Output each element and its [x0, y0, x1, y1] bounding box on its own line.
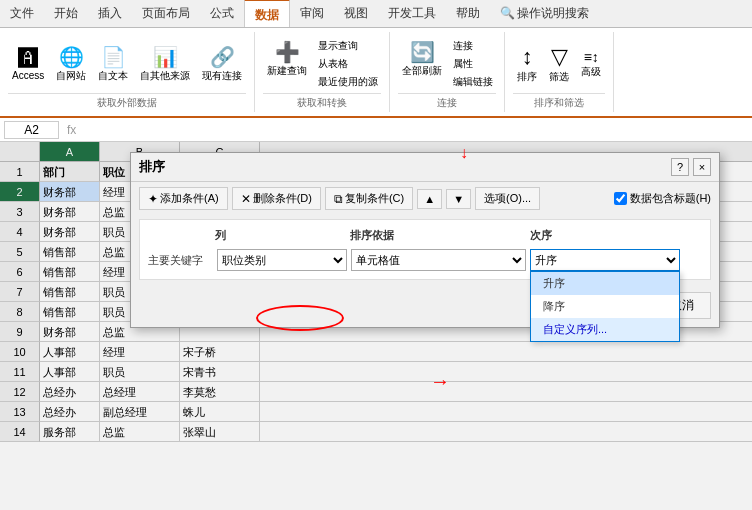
include-header-checkbox[interactable] — [614, 192, 627, 205]
tab-data[interactable]: 数据 — [244, 0, 290, 27]
ribbon-group-label-connection: 连接 — [398, 93, 496, 110]
btn-other-sources[interactable]: 📊 自其他来源 — [136, 43, 194, 85]
sort-order-select[interactable]: 升序 — [530, 249, 680, 271]
tab-search[interactable]: 🔍 操作说明搜索 — [490, 0, 599, 27]
btn-advanced[interactable]: ≡↕ 高级 — [577, 47, 605, 81]
btn-from-table[interactable]: 从表格 — [315, 56, 381, 72]
tab-review[interactable]: 审阅 — [290, 0, 334, 27]
ribbon-group-connection: 🔄 全部刷新 连接 属性 编辑链接 连接 — [390, 32, 505, 112]
tab-help[interactable]: 帮助 — [446, 0, 490, 27]
sort-dialog: 排序 ? × ✦ 添加条件(A) ✕ 删除条件(D) ⧉ 复制条件(C) ▲ ▼… — [130, 152, 720, 328]
ribbon-group-sort-filter: ↕ 排序 ▽ 筛选 ≡↕ 高级 排序和筛选 — [505, 32, 614, 112]
dialog-body: 列 排序依据 次序 主要关键字 职位类别 单元格值 升序 — [139, 219, 711, 280]
tab-dev[interactable]: 开发工具 — [378, 0, 446, 27]
btn-edit-links[interactable]: 编辑链接 — [450, 74, 496, 90]
sort-order-dropdown: 升序 降序 自定义序列... — [530, 271, 680, 342]
dropdown-item-custom[interactable]: 自定义序列... — [531, 318, 679, 341]
sort-key-select[interactable]: 职位类别 — [217, 249, 347, 271]
tab-file[interactable]: 文件 — [0, 0, 44, 27]
btn-existing-connections[interactable]: 🔗 现有连接 — [198, 43, 246, 85]
cell-reference-box[interactable] — [4, 121, 59, 139]
dropdown-item-desc[interactable]: 降序 — [531, 295, 679, 318]
tab-insert[interactable]: 插入 — [88, 0, 132, 27]
sort-key-label: 主要关键字 — [148, 253, 213, 268]
btn-access[interactable]: 🅰 Access — [8, 45, 48, 83]
btn-text[interactable]: 📄 自文本 — [94, 43, 132, 85]
dialog-help-button[interactable]: ? — [671, 158, 689, 176]
btn-web[interactable]: 🌐 自网站 — [52, 43, 90, 85]
delete-condition-button[interactable]: ✕ 删除条件(D) — [232, 187, 321, 210]
sort-row: 主要关键字 职位类别 单元格值 升序 升序 — [148, 249, 702, 271]
add-icon: ✦ — [148, 192, 158, 206]
sort-basis-header: 排序依据 — [350, 228, 530, 243]
copy-condition-button[interactable]: ⧉ 复制条件(C) — [325, 187, 413, 210]
tab-view[interactable]: 视图 — [334, 0, 378, 27]
ribbon-group-external-data: 🅰 Access 🌐 自网站 📄 自文本 📊 自其他来源 🔗 现有 — [0, 32, 255, 112]
dialog-title: 排序 — [139, 158, 165, 176]
dialog-title-bar: 排序 ? × — [131, 153, 719, 182]
btn-recent-sources[interactable]: 最近使用的源 — [315, 74, 381, 90]
formula-bar: fx — [0, 118, 752, 142]
sort-col-header: 列 — [215, 228, 350, 243]
tab-formula[interactable]: 公式 — [200, 0, 244, 27]
btn-sort[interactable]: ↕ 排序 — [513, 42, 541, 86]
copy-icon: ⧉ — [334, 192, 343, 206]
dialog-toolbar: ✦ 添加条件(A) ✕ 删除条件(D) ⧉ 复制条件(C) ▲ ▼ 选项(O).… — [131, 182, 719, 215]
ribbon-content: 🅰 Access 🌐 自网站 📄 自文本 📊 自其他来源 🔗 现有 — [0, 28, 752, 118]
ribbon-tabs-bar: 文件 开始 插入 页面布局 公式 数据 审阅 视图 开发工具 帮助 🔍 操作说明… — [0, 0, 752, 28]
move-up-button[interactable]: ▲ — [417, 189, 442, 209]
delete-icon: ✕ — [241, 192, 251, 206]
ribbon-group-label-transform: 获取和转换 — [263, 93, 381, 110]
move-down-button[interactable]: ▼ — [446, 189, 471, 209]
ribbon: 文件 开始 插入 页面布局 公式 数据 审阅 视图 开发工具 帮助 🔍 操作说明… — [0, 0, 752, 118]
sort-order-header: 次序 — [530, 228, 690, 243]
ribbon-group-transform: ➕ 新建查询 显示查询 从表格 最近使用的源 获取和转换 — [255, 32, 390, 112]
btn-new-query[interactable]: ➕ 新建查询 — [263, 38, 311, 80]
search-icon: 🔍 — [500, 3, 515, 23]
btn-filter[interactable]: ▽ 筛选 — [545, 42, 573, 86]
formula-divider: fx — [67, 123, 76, 137]
add-condition-button[interactable]: ✦ 添加条件(A) — [139, 187, 228, 210]
dropdown-item-asc[interactable]: 升序 — [531, 272, 679, 295]
btn-refresh-all[interactable]: 🔄 全部刷新 — [398, 38, 446, 80]
btn-connections[interactable]: 连接 — [450, 38, 496, 54]
include-header-checkbox-label[interactable]: 数据包含标题(H) — [614, 191, 711, 206]
tab-page-layout[interactable]: 页面布局 — [132, 0, 200, 27]
dialog-close-button[interactable]: × — [693, 158, 711, 176]
ribbon-group-label-sort: 排序和筛选 — [513, 93, 605, 110]
ribbon-group-label-external: 获取外部数据 — [8, 93, 246, 110]
sort-basis-select[interactable]: 单元格值 — [351, 249, 526, 271]
btn-properties[interactable]: 属性 — [450, 56, 496, 72]
tab-home[interactable]: 开始 — [44, 0, 88, 27]
sort-column-headers: 列 排序依据 次序 — [148, 228, 702, 243]
formula-input[interactable] — [80, 121, 748, 139]
btn-show-query[interactable]: 显示查询 — [315, 38, 381, 54]
options-button[interactable]: 选项(O)... — [475, 187, 540, 210]
